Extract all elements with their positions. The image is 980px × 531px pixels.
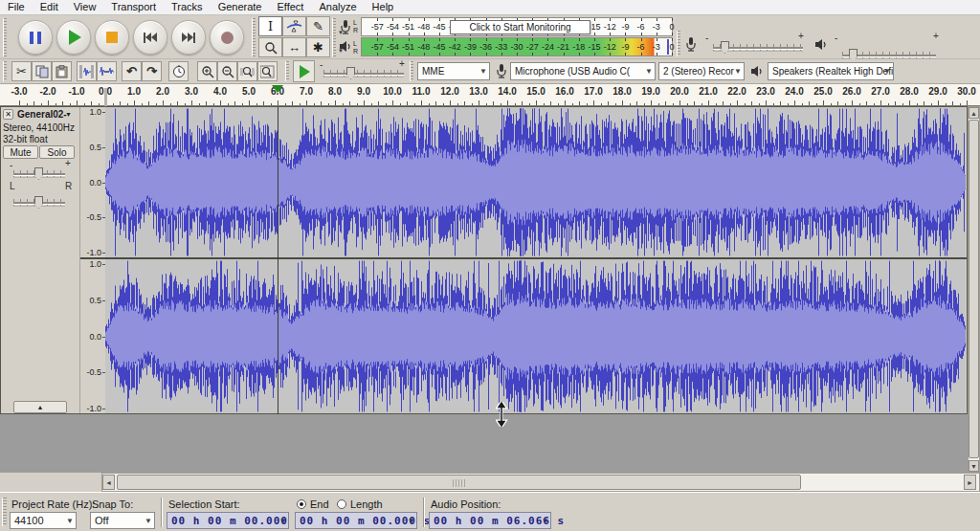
- device-toolbar-grip[interactable]: [410, 61, 413, 81]
- menu-edit[interactable]: Edit: [33, 0, 66, 14]
- selection-tool-button[interactable]: I: [258, 16, 282, 36]
- mute-button[interactable]: Mute: [3, 145, 38, 159]
- vertical-scrollbar[interactable]: ▲ ▼: [968, 106, 980, 473]
- audacity-window: File Edit View Transport Tracks Generate…: [0, 0, 980, 531]
- multi-tool-button[interactable]: ✱: [306, 37, 330, 57]
- length-radio[interactable]: [337, 499, 346, 509]
- menu-analyze[interactable]: Analyze: [311, 0, 364, 14]
- playhead-triangle-icon[interactable]: [272, 85, 283, 93]
- skip-to-start-button[interactable]: [133, 20, 167, 55]
- waveform-left-channel[interactable]: [105, 107, 966, 257]
- close-track-button[interactable]: ✕: [3, 109, 13, 120]
- selection-toolbar-grip[interactable]: [2, 498, 7, 526]
- silence-audio-button[interactable]: [97, 61, 117, 81]
- mouse-resize-cursor: [496, 402, 508, 427]
- input-volume-slider-thumb[interactable]: [721, 41, 729, 54]
- meter-scale-number: -12: [604, 42, 616, 52]
- snap-to-select[interactable]: Off▼: [90, 512, 155, 529]
- input-device-select[interactable]: Microphone (USB Audio C(▼: [510, 62, 656, 80]
- zoom-tool-button[interactable]: [258, 37, 282, 57]
- timeline-ruler[interactable]: -3.0-2.0-1.00.01.02.03.04.05.06.07.08.09…: [0, 84, 980, 106]
- scroll-left-button[interactable]: ◄: [102, 475, 115, 490]
- zoom-out-button[interactable]: [217, 61, 237, 81]
- record-meter-dropdown-icon[interactable]: ▼: [338, 30, 344, 35]
- meter-scale-number: -51: [402, 22, 414, 32]
- playback-speed-slider[interactable]: [323, 70, 404, 77]
- pause-button[interactable]: [18, 20, 53, 55]
- horizontal-scrollbar[interactable]: ◄ ►: [101, 473, 980, 492]
- vertical-scrollbar-thumb[interactable]: [969, 120, 979, 458]
- audio-host-select[interactable]: MME▼: [417, 62, 490, 80]
- scroll-down-button[interactable]: ▼: [969, 460, 979, 472]
- trim-audio-button[interactable]: [77, 61, 97, 81]
- draw-tool-button[interactable]: ✎: [306, 16, 330, 36]
- play-meter-dropdown-icon[interactable]: ▼: [338, 48, 344, 54]
- timeshift-tool-button[interactable]: ↔: [282, 37, 306, 57]
- scroll-right-button[interactable]: ►: [964, 475, 976, 490]
- channel-separator[interactable]: [80, 257, 967, 259]
- input-volume-slider[interactable]: [713, 44, 803, 52]
- audio-position-field[interactable]: 00 h 00 m 06.066 s▼: [429, 512, 551, 529]
- end-radio[interactable]: [297, 499, 306, 509]
- empty-track-area[interactable]: [0, 414, 968, 473]
- playback-meter[interactable]: -57-54-51-48-45-42-39-36-33-30-27-24-21-…: [361, 37, 673, 56]
- transport-toolbar-grip[interactable]: [3, 18, 7, 56]
- menu-help[interactable]: Help: [365, 0, 402, 14]
- redo-button[interactable]: ↷: [142, 61, 162, 81]
- zoom-in-button[interactable]: [197, 61, 217, 81]
- monitoring-tooltip[interactable]: Click to Start Monitoring: [450, 20, 590, 34]
- menu-transport[interactable]: Transport: [103, 0, 164, 14]
- meter-scale-number: -33: [495, 42, 507, 52]
- horizontal-scrollbar-thumb[interactable]: [117, 475, 801, 490]
- selection-end-field[interactable]: 00 h 00 m 00.000 s▼: [295, 512, 417, 529]
- menu-tracks[interactable]: Tracks: [164, 0, 211, 14]
- project-rate-select[interactable]: 44100▼: [10, 512, 77, 529]
- scroll-left-icon: ◄: [105, 479, 112, 486]
- output-device-select[interactable]: Speakers (Realtek High Defi▼: [768, 62, 894, 80]
- skip-to-start-icon: [144, 33, 157, 43]
- record-meter-mic-icon[interactable]: ▼: [339, 19, 352, 35]
- record-button[interactable]: [210, 20, 244, 55]
- timeline-label: 9.0: [357, 86, 370, 97]
- cut-button[interactable]: ✂: [11, 61, 32, 81]
- pan-right-label: R: [65, 181, 72, 191]
- track-title[interactable]: General02-: [17, 109, 67, 120]
- menu-generate[interactable]: Generate: [211, 0, 270, 14]
- fit-project-button[interactable]: [257, 61, 278, 81]
- meter-scale-number: -54: [387, 22, 399, 32]
- output-volume-slider[interactable]: [842, 52, 936, 59]
- mixer-toolbar-grip[interactable]: [677, 31, 680, 56]
- skip-to-end-button[interactable]: [171, 20, 206, 55]
- radio-dot: [300, 502, 303, 506]
- transcription-toolbar-grip[interactable]: [285, 61, 289, 81]
- meter-toolbar-grip[interactable]: [332, 18, 336, 56]
- envelope-tool-button[interactable]: [282, 16, 306, 36]
- input-channels-select[interactable]: 2 (Stereo) Recor▼: [658, 62, 745, 80]
- selection-start-field[interactable]: 00 h 00 m 00.000 s▼: [167, 512, 289, 529]
- edit-toolbar-grip[interactable]: [3, 61, 7, 81]
- timeline-label: 12.0: [440, 86, 458, 97]
- playback-speed-slider-thumb[interactable]: [346, 67, 355, 79]
- stop-button[interactable]: [95, 20, 129, 55]
- track-menu-arrow-icon[interactable]: ▼: [65, 111, 72, 118]
- fit-selection-button[interactable]: [237, 61, 257, 81]
- play-at-speed-button[interactable]: [293, 60, 315, 82]
- play-button[interactable]: [56, 20, 91, 55]
- waveform-right-channel[interactable]: [105, 259, 966, 413]
- copy-button[interactable]: [32, 61, 52, 81]
- undo-button[interactable]: ↶: [122, 61, 142, 81]
- meter-scale-number: -12: [604, 22, 616, 32]
- speed-slider-max-label: +: [399, 58, 405, 69]
- pan-slider[interactable]: [13, 199, 65, 207]
- paste-button[interactable]: [52, 61, 72, 81]
- sync-lock-button[interactable]: [168, 61, 189, 81]
- collapse-track-button[interactable]: ▲: [13, 401, 67, 413]
- gain-slider[interactable]: [13, 170, 65, 178]
- menu-effect[interactable]: Effect: [270, 0, 312, 14]
- play-meter-speaker-icon[interactable]: ▼: [339, 40, 352, 53]
- solo-button[interactable]: Solo: [39, 145, 75, 159]
- menu-file[interactable]: File: [0, 0, 33, 14]
- menu-view[interactable]: View: [66, 0, 104, 14]
- tools-toolbar-grip[interactable]: [252, 18, 256, 56]
- scroll-up-button[interactable]: ▲: [969, 107, 979, 119]
